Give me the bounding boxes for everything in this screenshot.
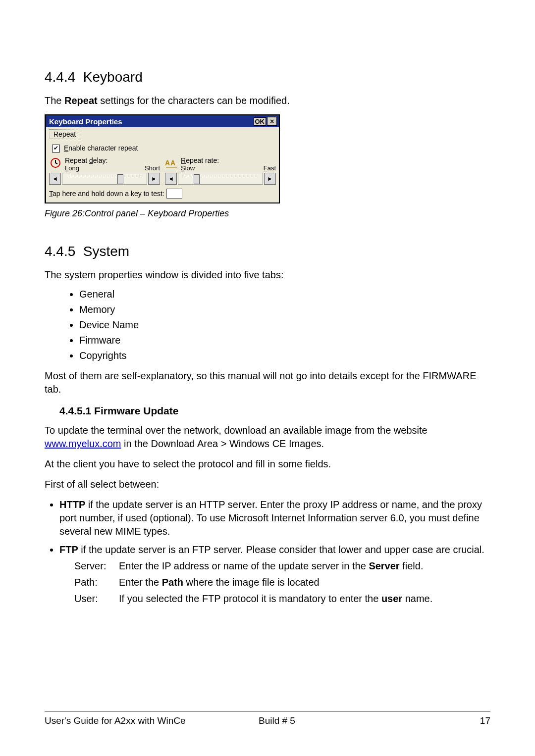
keyboard-properties-dialog: Keyboard Properties OK × Repeat ✔ Enable…: [45, 114, 280, 203]
text-bold: HTTP: [59, 499, 85, 510]
svg-text:A: A: [170, 159, 175, 167]
text: elay:: [93, 156, 108, 164]
text: if the update server is an HTTP server. …: [59, 499, 482, 537]
svg-line-2: [55, 163, 57, 164]
ok-button[interactable]: OK: [254, 117, 267, 126]
text: To update the terminal over the network,…: [45, 425, 428, 436]
rate-decrement-button[interactable]: ◄: [165, 173, 177, 185]
text: where the image file is located: [183, 577, 320, 588]
text: Repeat: [65, 156, 89, 164]
repeat-delay-label: Repeat delay:: [65, 156, 160, 164]
protocol-list: HTTP if the update server is an HTTP ser…: [45, 498, 490, 605]
text: ap here and hold down a key to test:: [53, 190, 164, 198]
text: settings for the characters can be modif…: [98, 95, 290, 106]
system-tabs-list: General Memory Device Name Firmware Copy…: [45, 289, 490, 361]
field-desc: If you selected the FTP protocol it is m…: [119, 592, 490, 605]
enable-repeat-row: ✔ Enable character repeat: [52, 144, 276, 152]
tab-repeat[interactable]: Repeat: [49, 129, 80, 139]
text: if the update server is an FTP server. P…: [78, 544, 484, 555]
text-bold: Path: [162, 577, 183, 588]
text: Enter the: [119, 577, 162, 588]
clock-icon: [49, 156, 62, 169]
enable-repeat-checkbox[interactable]: ✔: [52, 145, 60, 152]
rate-aa-icon: AA: [165, 156, 178, 169]
rate-fast-label: Fast: [264, 164, 276, 172]
heading-number: 4.4.5: [45, 244, 75, 259]
heading-title: System: [83, 244, 129, 259]
keyboard-intro: The Repeat settings for the characters c…: [45, 94, 490, 107]
system-note: Most of them are self-explanatory, so th…: [45, 369, 490, 396]
u: E: [64, 144, 68, 152]
svg-text:A: A: [165, 159, 170, 167]
text: Enter the IP address or name of the upda…: [119, 560, 369, 571]
heading-number: 4.4.4: [45, 69, 75, 85]
repeat-rate-group: AA Repeat rate: Slow Fast ◄: [165, 156, 276, 185]
text: ong: [68, 164, 79, 172]
text: epeat rate:: [186, 156, 219, 164]
figure-caption: Figure 26:Control panel – Keyboard Prope…: [45, 208, 490, 219]
footer-page: 17: [437, 715, 490, 726]
list-item-ftp: FTP if the update server is an FTP serve…: [59, 543, 490, 605]
heading-system: 4.4.5 System: [45, 244, 490, 259]
dialog-body: Repeat ✔ Enable character repeat Repeat …: [46, 127, 279, 202]
footer-left: User's Guide for A2xx with WinCe: [45, 715, 259, 726]
text-bold: Repeat: [64, 95, 98, 106]
u: d: [89, 156, 93, 164]
firmware-p3: First of all select between:: [45, 478, 490, 491]
repeat-delay-group: Repeat delay: Long Short ◄ ►: [49, 156, 160, 185]
field-desc: Enter the Path where the image file is l…: [119, 576, 490, 589]
list-item: Memory: [79, 304, 490, 315]
text: low: [185, 164, 195, 172]
delay-decrement-button[interactable]: ◄: [49, 173, 61, 185]
text: name.: [402, 593, 432, 604]
u: F: [264, 164, 268, 172]
field-server: Server: Enter the IP address or name of …: [74, 559, 490, 573]
test-label: Tap here and hold down a key to test:: [49, 190, 164, 198]
u: T: [49, 190, 53, 198]
dialog-titlebar: Keyboard Properties OK ×: [46, 115, 279, 127]
text: in the Download Area > Windows CE Images…: [121, 438, 324, 449]
field-user: User: If you selected the FTP protocol i…: [74, 592, 490, 605]
delay-increment-button[interactable]: ►: [148, 173, 160, 185]
delay-short-label: Short: [145, 164, 160, 172]
repeat-rate-label: Repeat rate:: [181, 156, 276, 164]
firmware-p2: At the client you have to select the pro…: [45, 457, 490, 471]
enable-label: Enable character repeat: [64, 144, 138, 152]
field-path: Path: Enter the Path where the image fil…: [74, 576, 490, 589]
text: field.: [400, 560, 424, 571]
list-item: General: [79, 289, 490, 300]
rate-increment-button[interactable]: ►: [264, 173, 276, 185]
footer-mid: Build # 5: [259, 715, 437, 726]
list-item: Firmware: [79, 335, 490, 346]
list-item: Copyrights: [79, 350, 490, 361]
text: The: [45, 95, 64, 106]
list-item-http: HTTP if the update server is an HTTP ser…: [59, 498, 490, 538]
field-label: Server:: [74, 559, 119, 573]
rate-slider[interactable]: [178, 173, 263, 185]
text: If you selected the FTP protocol it is m…: [119, 593, 381, 604]
test-input[interactable]: [166, 189, 182, 199]
system-intro: The system properties window is divided …: [45, 268, 490, 282]
page-footer: User's Guide for A2xx with WinCe Build #…: [45, 711, 490, 726]
firmware-p1: To update the terminal over the network,…: [45, 424, 490, 451]
dialog-title: Keyboard Properties: [49, 117, 254, 126]
delay-long-label: Long: [65, 164, 79, 172]
text-bold: Server: [369, 560, 399, 571]
heading-firmware-update: 4.4.5.1 Firmware Update: [59, 405, 490, 417]
field-desc: Enter the IP address or name of the upda…: [119, 559, 490, 573]
u: S: [181, 164, 185, 172]
text: ast: [268, 164, 276, 172]
myelux-link[interactable]: www.myelux.com: [45, 438, 121, 449]
field-label: User:: [74, 592, 119, 605]
list-item: Device Name: [79, 319, 490, 331]
text-bold: FTP: [59, 544, 78, 555]
close-button[interactable]: ×: [267, 117, 277, 126]
heading-keyboard: 4.4.4 Keyboard: [45, 69, 490, 85]
text: nable character repeat: [68, 144, 138, 152]
heading-title: Keyboard: [83, 69, 143, 85]
text-bold: user: [381, 593, 402, 604]
u: R: [181, 156, 186, 164]
field-label: Path:: [74, 576, 119, 589]
rate-slow-label: Slow: [181, 164, 195, 172]
delay-slider[interactable]: [62, 173, 147, 185]
